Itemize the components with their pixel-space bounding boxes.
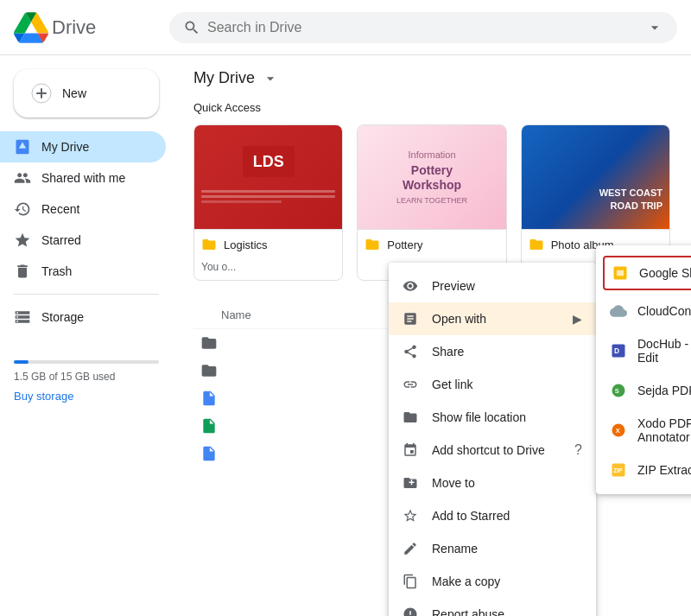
move-icon xyxy=(403,475,418,491)
drive-logo-icon xyxy=(14,10,48,45)
ctx-move-to[interactable]: Move to xyxy=(389,467,596,499)
ctx-rename[interactable]: Rename xyxy=(389,532,596,565)
sidebar-item-recent-label: Recent xyxy=(41,202,79,216)
quick-card-logistics[interactable]: LDS Logistics You o... xyxy=(193,124,343,281)
open-with-chevron-icon: ▶ xyxy=(573,312,582,326)
ctx-preview[interactable]: Preview xyxy=(389,270,596,302)
ctx-open-with-label: Open with xyxy=(432,312,486,326)
quick-access-label: Quick Access xyxy=(193,101,670,114)
svg-text:ZIP: ZIP xyxy=(613,467,623,473)
sub-item-docuhub[interactable]: D DocHub - PDF Sign and Edit xyxy=(596,328,691,373)
sidebar-item-my-drive[interactable]: My Drive xyxy=(0,131,166,162)
search-input[interactable] xyxy=(207,20,639,35)
sidebar-item-starred-label: Starred xyxy=(41,233,81,247)
quick-card-pottery[interactable]: Information PotteryWorkshop LEARN TOGETH… xyxy=(357,124,506,281)
ctx-make-copy-label: Make a copy xyxy=(432,575,500,588)
recent-icon xyxy=(14,200,31,218)
cloud-icon xyxy=(610,302,627,320)
dropdown-arrow-icon[interactable] xyxy=(262,70,279,87)
ctx-report-abuse-label: Report abuse xyxy=(432,607,504,616)
ctx-make-copy[interactable]: Make a copy xyxy=(389,565,596,598)
ctx-report-abuse[interactable]: Report abuse xyxy=(389,598,596,616)
sejda-icon: S xyxy=(610,382,627,399)
quick-card-sub-logistics: You o... xyxy=(194,259,342,280)
my-drive-icon xyxy=(14,138,31,156)
quick-card-thumb-logistics: LDS xyxy=(194,125,342,229)
sidebar-item-storage[interactable]: Storage xyxy=(0,302,166,333)
shared-icon xyxy=(14,169,31,187)
quick-card-info-logistics: Logistics xyxy=(194,229,342,259)
docuhub-icon: D xyxy=(610,342,627,359)
ctx-preview-label: Preview xyxy=(432,279,475,293)
folder-icon-pottery xyxy=(365,237,380,252)
link-icon xyxy=(403,377,418,392)
shortcut-icon xyxy=(403,442,418,458)
folder-shared-icon-1 xyxy=(200,334,218,352)
zip-icon: ZIP xyxy=(610,461,627,479)
new-button-label: New xyxy=(62,86,86,100)
svg-text:D: D xyxy=(614,346,619,355)
sidebar: New My Drive Shared with me xyxy=(0,55,173,616)
doc-icon-5 xyxy=(200,445,218,462)
ctx-get-link[interactable]: Get link xyxy=(389,368,596,401)
sidebar-item-my-drive-label: My Drive xyxy=(41,140,89,154)
sidebar-item-shared-label: Shared with me xyxy=(41,171,125,185)
ctx-show-location[interactable]: Show file location xyxy=(389,401,596,434)
new-button[interactable]: New xyxy=(14,69,159,117)
sidebar-item-starred[interactable]: Starred xyxy=(0,225,166,256)
sub-item-cloudconvert[interactable]: CloudConvert xyxy=(596,294,691,328)
sub-item-sejda[interactable]: S Sejda PDF xyxy=(596,373,691,408)
sidebar-item-shared[interactable]: Shared with me xyxy=(0,162,166,194)
ctx-rename-label: Rename xyxy=(432,542,478,556)
svg-text:S: S xyxy=(615,387,619,395)
ctx-add-shortcut-label: Add shortcut to Drive xyxy=(432,443,545,457)
folder-icon-photo xyxy=(529,237,544,252)
sub-item-zip-label: ZIP Extractor xyxy=(637,463,691,477)
quick-card-info-pottery: Pottery xyxy=(358,229,505,259)
ctx-add-starred-label: Add to Starred xyxy=(432,509,510,523)
sub-item-zip[interactable]: ZIP ZIP Extractor xyxy=(596,453,691,487)
folder-icon-2 xyxy=(200,362,218,379)
sub-item-cloudconvert-label: CloudConvert xyxy=(637,304,691,318)
star-icon xyxy=(14,232,31,249)
sheets-icon-4 xyxy=(200,417,218,435)
svg-text:X: X xyxy=(616,427,620,435)
svg-rect-2 xyxy=(617,270,624,276)
sub-item-google-slides[interactable]: Google Slides xyxy=(603,256,691,290)
slides-icon xyxy=(612,264,629,282)
storage-used-text: 1.5 GB of 15 GB used xyxy=(14,371,159,383)
sub-menu-open-with: Google Slides CloudConvert D DocHub - PD… xyxy=(596,245,691,494)
search-dropdown-icon[interactable] xyxy=(646,19,663,36)
ctx-show-location-label: Show file location xyxy=(432,410,526,424)
ctx-get-link-label: Get link xyxy=(432,378,472,391)
quick-card-name-pottery: Pottery xyxy=(387,238,422,251)
ctx-share[interactable]: Share xyxy=(389,335,596,368)
storage-bar xyxy=(14,360,159,364)
sub-item-sejda-label: Sejda PDF xyxy=(637,384,691,397)
location-icon xyxy=(403,410,418,425)
app-title: Drive xyxy=(52,16,96,39)
photo-thumb-text: WEST COASTROAD TRIP xyxy=(599,187,662,212)
ctx-open-with[interactable]: Open with ▶ xyxy=(389,302,596,335)
search-bar[interactable] xyxy=(169,12,677,43)
shortcut-question-icon: ? xyxy=(574,442,582,458)
share-icon xyxy=(403,344,418,359)
ctx-add-shortcut[interactable]: Add shortcut to Drive ? xyxy=(389,434,596,467)
sub-item-xodo-label: Xodo PDF Reader & Annotator xyxy=(637,416,691,444)
app-header: Drive xyxy=(0,0,691,55)
buy-storage-link[interactable]: Buy storage xyxy=(14,390,159,403)
quick-card-thumb-pottery: Information PotteryWorkshop LEARN TOGETH… xyxy=(358,125,505,229)
sub-item-xodo[interactable]: X Xodo PDF Reader & Annotator xyxy=(596,408,691,453)
report-icon xyxy=(403,606,418,616)
context-menu: Preview Open with ▶ Share xyxy=(389,263,596,616)
sidebar-item-recent[interactable]: Recent xyxy=(0,194,166,225)
eye-icon xyxy=(403,278,418,294)
copy-icon xyxy=(403,574,418,589)
pottery-thumb-text: Information PotteryWorkshop LEARN TOGETH… xyxy=(396,149,467,205)
sidebar-item-trash[interactable]: Trash xyxy=(0,256,166,287)
storage-icon xyxy=(14,308,31,326)
ctx-add-starred[interactable]: Add to Starred xyxy=(389,499,596,532)
sub-item-slides-label: Google Slides xyxy=(639,266,691,280)
logo-area: Drive xyxy=(14,10,169,45)
sidebar-storage-label: Storage xyxy=(41,310,84,324)
